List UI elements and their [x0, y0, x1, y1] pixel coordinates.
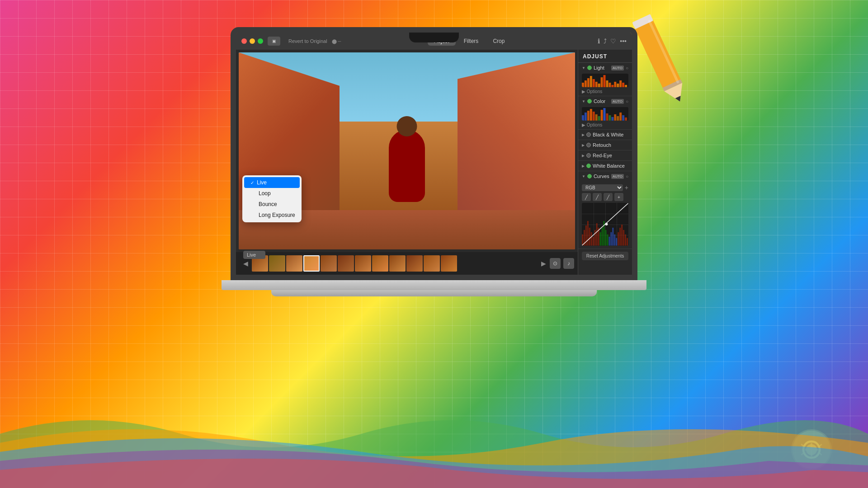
filmstrip-frame[interactable] [424, 255, 440, 272]
svg-rect-45 [591, 232, 592, 246]
bw-row[interactable]: ▶ Black & White [578, 130, 632, 140]
fullscreen-button[interactable] [258, 38, 263, 44]
svg-rect-25 [587, 111, 590, 121]
color-row[interactable]: ▼ Color AUTO ○ [578, 96, 632, 106]
svg-rect-17 [611, 85, 613, 87]
filmstrip-frame[interactable] [406, 255, 423, 272]
light-toggle[interactable] [587, 66, 592, 70]
macbook-foot [271, 290, 597, 296]
minimize-button[interactable] [250, 38, 255, 44]
svg-rect-60 [618, 232, 619, 246]
light-options[interactable]: ▶ Options [578, 88, 632, 96]
eyedropper-light[interactable]: ╱ [604, 193, 613, 201]
svg-point-66 [605, 223, 608, 225]
filmstrip-frame[interactable] [321, 255, 337, 272]
close-button[interactable] [241, 38, 247, 44]
view-toggle[interactable]: ▣ [268, 37, 280, 46]
dropdown-item-live[interactable]: ✓ Live [244, 177, 300, 188]
dropdown-item-long-exposure[interactable]: Long Exposure [242, 210, 302, 221]
retouch-row[interactable]: ▶ Retouch [578, 140, 632, 150]
curves-row[interactable]: ▼ Curves AUTO ○ [578, 171, 632, 181]
svg-rect-8 [587, 78, 590, 87]
wb-section: ▶ White Balance [578, 161, 632, 171]
curves-add-icon[interactable]: + [625, 184, 628, 191]
curves-controls: RGB Red Green Blue + ╱ ╱ ╱ [578, 181, 632, 249]
settings-icon [791, 429, 832, 470]
svg-rect-63 [623, 230, 624, 246]
svg-rect-44 [589, 228, 590, 246]
filmstrip-frame[interactable] [372, 255, 388, 272]
filmstrip-btn-audio[interactable]: ♪ [563, 258, 574, 269]
tab-filters[interactable]: Filters [458, 37, 485, 46]
curves-toggle[interactable] [587, 174, 592, 178]
dropdown-long-exposure-label: Long Exposure [259, 212, 295, 218]
filmstrip-frames [252, 255, 538, 272]
svg-rect-11 [595, 82, 598, 87]
svg-rect-23 [582, 115, 584, 121]
filmstrip-frame[interactable] [441, 255, 457, 272]
live-select[interactable]: Live [243, 251, 265, 259]
svg-rect-47 [594, 230, 596, 246]
wb-toggle[interactable] [586, 164, 591, 168]
dropdown-item-bounce[interactable]: Bounce [242, 199, 302, 210]
color-histogram [582, 107, 628, 121]
color-auto[interactable]: AUTO [611, 99, 624, 104]
filmstrip-controls: ⊙ ♪ [550, 258, 574, 269]
tab-crop[interactable]: Crop [486, 37, 511, 46]
bw-toggle[interactable] [586, 132, 591, 137]
svg-rect-37 [619, 113, 622, 121]
wb-row[interactable]: ▶ White Balance [578, 161, 632, 171]
macbook-frame: ▣ Revert to Original ⬤ ─ Adjust Filters … [231, 27, 637, 296]
filmstrip-btn-photo[interactable]: ⊙ [550, 258, 561, 269]
chevron-right-icon: ▶ [582, 143, 585, 147]
curves-graph[interactable] [582, 203, 628, 246]
redeye-row[interactable]: ▶ Red-Eye [578, 150, 632, 160]
content-area: ✓ Live Loop Bounce [236, 50, 632, 275]
filmstrip-frame[interactable] [269, 255, 285, 272]
figure-body [389, 130, 425, 202]
svg-rect-30 [601, 110, 603, 121]
curves-reset-icon[interactable]: ○ [626, 174, 628, 179]
svg-rect-29 [598, 116, 600, 121]
svg-rect-0 [634, 19, 682, 90]
retouch-toggle[interactable] [586, 143, 591, 147]
svg-rect-26 [590, 109, 592, 121]
filmstrip-frame[interactable] [286, 255, 302, 272]
filmstrip-frame[interactable] [338, 255, 354, 272]
check-icon: ✓ [250, 180, 254, 185]
curves-auto[interactable]: AUTO [611, 174, 624, 179]
curves-channel-select[interactable]: RGB Red Green Blue [582, 184, 623, 191]
svg-rect-38 [622, 115, 624, 121]
color-options[interactable]: ▶ Options [578, 122, 632, 129]
curves-label: Curves [594, 174, 609, 179]
revert-button[interactable]: Revert to Original [288, 38, 327, 44]
svg-rect-12 [598, 84, 600, 87]
eyedropper-mid[interactable]: ╱ [593, 193, 602, 201]
color-toggle[interactable] [587, 99, 592, 103]
chevron-right-icon: ▶ [582, 164, 585, 168]
filmstrip-frame-selected[interactable] [303, 255, 320, 272]
macbook-base [222, 280, 646, 290]
filmstrip-frame[interactable] [389, 255, 406, 272]
svg-rect-54 [607, 235, 608, 246]
color-section: ▼ Color AUTO ○ [578, 96, 632, 130]
reset-adjustments-button[interactable]: Reset Adjustments [582, 252, 628, 260]
filmstrip-prev[interactable]: ◀ [241, 260, 250, 267]
svg-rect-40 [582, 235, 583, 246]
info-icon[interactable]: ℹ [598, 38, 600, 45]
svg-rect-24 [585, 113, 587, 121]
filmstrip-frame[interactable] [355, 255, 371, 272]
app-window: ▣ Revert to Original ⬤ ─ Adjust Filters … [236, 33, 632, 275]
color-label: Color [594, 99, 609, 104]
eyedropper-dark[interactable]: ╱ [582, 193, 591, 201]
svg-rect-32 [606, 113, 608, 121]
curves-plus[interactable]: + [614, 193, 623, 201]
filmstrip-bar: Live ◀ [236, 252, 578, 275]
svg-rect-42 [585, 225, 587, 246]
color-reset-icon[interactable]: ○ [626, 99, 628, 104]
dropdown-item-loop[interactable]: Loop [242, 188, 302, 199]
svg-rect-56 [610, 232, 612, 246]
live-dropdown-menu[interactable]: ✓ Live Loop Bounce [242, 175, 302, 222]
redeye-toggle[interactable] [586, 153, 591, 158]
filmstrip-next[interactable]: ▶ [539, 260, 548, 267]
